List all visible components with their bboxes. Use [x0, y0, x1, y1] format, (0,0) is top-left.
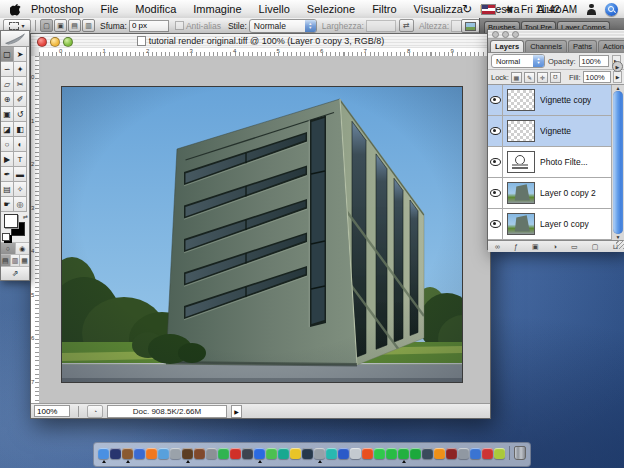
app-16[interactable]: [278, 448, 289, 459]
visibility-cell[interactable]: [488, 85, 503, 115]
app-19[interactable]: [314, 448, 325, 459]
standard-mode-button[interactable]: ○: [1, 243, 16, 254]
app-23[interactable]: [362, 448, 373, 459]
palette-tab[interactable]: Channels: [525, 40, 567, 52]
stile-dropdown[interactable]: Normale ▲▼: [249, 19, 317, 33]
layer-name[interactable]: Photo Filte...: [540, 157, 588, 167]
pen-tool[interactable]: ✒: [1, 167, 14, 182]
layer-thumbnail[interactable]: [507, 182, 535, 204]
fullscreen-menubar-button[interactable]: ▥: [11, 255, 21, 266]
minimize-button[interactable]: [50, 37, 60, 47]
rectangular-marquee-tool[interactable]: ▢: [1, 47, 14, 62]
app-13[interactable]: [242, 448, 253, 459]
eraser-tool[interactable]: ◪: [1, 122, 14, 137]
lasso-tool[interactable]: ∽: [1, 62, 14, 77]
selection-mode-intersect-icon[interactable]: ▥: [82, 19, 95, 32]
app-27[interactable]: [410, 448, 421, 459]
app-10[interactable]: [206, 448, 217, 459]
firefox[interactable]: [146, 448, 157, 459]
palette-minimize-button[interactable]: [502, 31, 509, 38]
menu-item[interactable]: Visualizza: [414, 3, 463, 15]
app-24[interactable]: [374, 448, 385, 459]
larghezza-input[interactable]: [366, 20, 396, 32]
app-21[interactable]: [338, 448, 349, 459]
layer-name[interactable]: Layer 0 copy: [540, 219, 589, 229]
app-31[interactable]: [458, 448, 469, 459]
hand-tool[interactable]: ☛: [1, 197, 14, 212]
app-14[interactable]: [254, 448, 265, 459]
crop-tool[interactable]: ▱: [1, 77, 14, 92]
lock-position-icon[interactable]: ✛: [537, 72, 548, 83]
path-selection-tool[interactable]: ▶: [1, 152, 14, 167]
slice-tool[interactable]: ✂: [14, 77, 27, 92]
layer-row[interactable]: ∞ Layer 0 copy 2: [488, 178, 624, 209]
layers-scrollbar[interactable]: ▲ ▼: [611, 85, 624, 240]
menu-item[interactable]: Modifica: [135, 3, 176, 15]
file-browser-button[interactable]: [461, 19, 480, 33]
app-12[interactable]: [230, 448, 241, 459]
antialias-checkbox[interactable]: [175, 21, 184, 30]
type-tool[interactable]: T: [14, 152, 27, 167]
input-language-flag-icon[interactable]: [481, 4, 496, 15]
zoom-tool[interactable]: ◎: [14, 197, 27, 212]
layer-row[interactable]: ∞ Vignette copy: [488, 85, 624, 116]
selection-mode-add-icon[interactable]: ▣: [54, 19, 67, 32]
layer-name[interactable]: Vignette: [540, 126, 571, 136]
foreground-color-swatch[interactable]: [4, 214, 18, 228]
sync-menu-icon[interactable]: ↻: [462, 4, 472, 14]
toolbox-header[interactable]: [1, 31, 29, 47]
palette-close-button[interactable]: [492, 31, 499, 38]
lock-all-icon[interactable]: Ω: [550, 72, 561, 83]
layer-thumbnail[interactable]: [507, 151, 535, 173]
lock-transparency-icon[interactable]: ▦: [511, 72, 522, 83]
app-3[interactable]: [122, 448, 133, 459]
app-11[interactable]: [218, 448, 229, 459]
app-29[interactable]: [434, 448, 445, 459]
new-layer-button[interactable]: ▢: [592, 243, 599, 251]
selection-mode-subtract-icon[interactable]: ▤: [68, 19, 81, 32]
quickmask-mode-button[interactable]: ◉: [16, 243, 30, 254]
app-18[interactable]: [302, 448, 313, 459]
menu-item[interactable]: Immagine: [193, 3, 241, 15]
app-4[interactable]: [134, 448, 145, 459]
app-32[interactable]: [470, 448, 481, 459]
layer-name[interactable]: Vignette copy: [540, 95, 591, 105]
brush-tool[interactable]: ✐: [14, 92, 27, 107]
notes-tool[interactable]: ▤: [1, 182, 14, 197]
swap-dimensions-button[interactable]: ⇄: [399, 19, 414, 32]
sfuma-input[interactable]: [129, 20, 169, 32]
app-22[interactable]: [350, 448, 361, 459]
fill-field[interactable]: 100%: [583, 71, 612, 83]
app-15[interactable]: [266, 448, 277, 459]
blend-mode-dropdown[interactable]: Normal ▲▼: [491, 54, 545, 68]
zoom-level-field[interactable]: [34, 405, 70, 417]
layer-row[interactable]: ∞ Photo Filte...: [488, 147, 624, 178]
layer-thumbnail[interactable]: [507, 213, 535, 235]
volume-icon[interactable]: ◀: [505, 4, 512, 14]
eyedropper-tool[interactable]: ✧: [14, 182, 27, 197]
app-25[interactable]: [386, 448, 397, 459]
apple-menu-icon[interactable]: [10, 3, 21, 16]
opacity-field[interactable]: 100%: [579, 55, 609, 67]
app-6[interactable]: [158, 448, 169, 459]
layer-thumbnail[interactable]: [507, 120, 535, 142]
palette-resize-handle[interactable]: [616, 240, 624, 249]
edit-in-imageready-button[interactable]: ⇗: [1, 267, 29, 280]
dodge-tool[interactable]: ◐: [14, 137, 27, 152]
app-30[interactable]: [446, 448, 457, 459]
app-17[interactable]: [290, 448, 301, 459]
scrollbar-thumb[interactable]: [613, 91, 623, 234]
history-brush-tool[interactable]: ↺: [14, 107, 27, 122]
version-cue-status-icon[interactable]: ◔: [87, 405, 103, 418]
menu-item[interactable]: Livello: [259, 3, 290, 15]
menu-clock[interactable]: Fri 11:42 AM: [521, 4, 577, 15]
default-colors-icon[interactable]: [2, 233, 10, 241]
spotlight-icon[interactable]: [605, 3, 618, 16]
palette-zoom-button[interactable]: [512, 31, 519, 38]
visibility-cell[interactable]: [488, 116, 503, 146]
app-33[interactable]: [482, 448, 493, 459]
shape-tool[interactable]: ▬: [14, 167, 27, 182]
menu-item[interactable]: Filtro: [372, 3, 396, 15]
app-34[interactable]: [494, 448, 505, 459]
app-2[interactable]: [110, 448, 121, 459]
